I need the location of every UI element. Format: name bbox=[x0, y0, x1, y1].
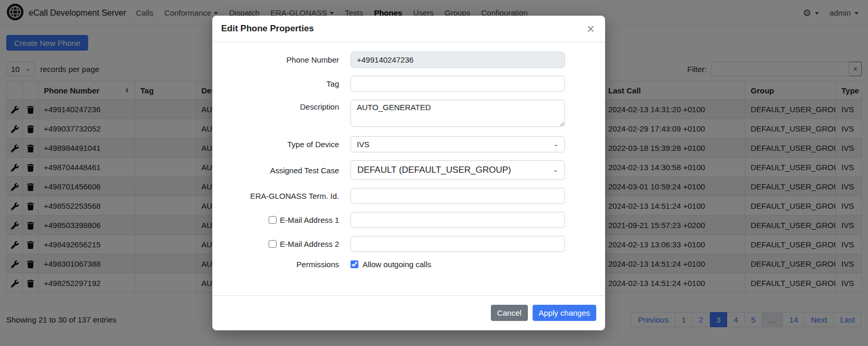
assigned-test-case-select[interactable]: DEFAULT (DEFAULT_USER_GROUP) ⌄ bbox=[351, 160, 565, 180]
email2-checkbox[interactable] bbox=[269, 240, 276, 248]
description-label: Description bbox=[221, 100, 339, 111]
modal-body: Phone Number Tag Description AUTO_GENERA… bbox=[212, 42, 605, 295]
era-glonass-term-id-field[interactable] bbox=[351, 188, 565, 204]
type-of-device-select[interactable]: IVS ⌄ bbox=[351, 136, 565, 152]
era-glonass-term-id-label: ERA-GLONASS Term. Id. bbox=[221, 192, 339, 200]
permissions-row: Permissions Allow outgoing calls bbox=[212, 260, 605, 269]
description-field[interactable]: AUTO_GENERATED bbox=[351, 100, 565, 127]
tag-label: Tag bbox=[221, 79, 339, 88]
cancel-button[interactable]: Cancel bbox=[491, 305, 528, 321]
close-icon: × bbox=[587, 21, 595, 37]
allow-outgoing-calls-label: Allow outgoing calls bbox=[363, 260, 431, 269]
type-of-device-label: Type of Device bbox=[221, 140, 339, 149]
email1-label: E-Mail Address 1 bbox=[280, 216, 339, 224]
chevron-down-icon: ⌄ bbox=[553, 141, 559, 147]
email2-row: E-Mail Address 2 bbox=[212, 236, 605, 252]
assigned-test-case-value: DEFAULT (DEFAULT_USER_GROUP) bbox=[357, 165, 511, 175]
apply-changes-button[interactable]: Apply changes bbox=[533, 305, 596, 321]
phone-number-row: Phone Number bbox=[212, 52, 605, 68]
type-of-device-row: Type of Device IVS ⌄ bbox=[212, 136, 605, 152]
allow-outgoing-calls-checkbox[interactable] bbox=[351, 260, 358, 268]
modal-header: Edit Phone Properties × bbox=[212, 16, 605, 42]
email1-checkbox[interactable] bbox=[269, 216, 276, 224]
modal-title: Edit Phone Properties bbox=[221, 23, 314, 34]
tag-field[interactable] bbox=[351, 76, 565, 92]
permissions-label: Permissions bbox=[221, 260, 339, 269]
description-row: Description AUTO_GENERATED bbox=[212, 100, 605, 128]
assigned-test-case-row: Assigned Test Case DEFAULT (DEFAULT_USER… bbox=[212, 160, 605, 180]
phone-number-field bbox=[351, 52, 565, 68]
email1-field[interactable] bbox=[351, 212, 565, 228]
tag-row: Tag bbox=[212, 76, 605, 92]
era-glonass-term-id-row: ERA-GLONASS Term. Id. bbox=[212, 188, 605, 204]
phone-number-label: Phone Number bbox=[221, 55, 339, 64]
type-of-device-value: IVS bbox=[357, 140, 369, 149]
assigned-test-case-label: Assigned Test Case bbox=[221, 166, 339, 175]
modal-footer: Cancel Apply changes bbox=[212, 295, 605, 330]
chevron-down-icon: ⌄ bbox=[553, 167, 558, 173]
email2-field[interactable] bbox=[351, 236, 565, 252]
email1-row: E-Mail Address 1 bbox=[212, 212, 605, 228]
email2-label: E-Mail Address 2 bbox=[280, 240, 339, 248]
modal-close-button[interactable]: × bbox=[587, 24, 595, 33]
edit-phone-modal: Edit Phone Properties × Phone Number Tag… bbox=[212, 16, 605, 330]
